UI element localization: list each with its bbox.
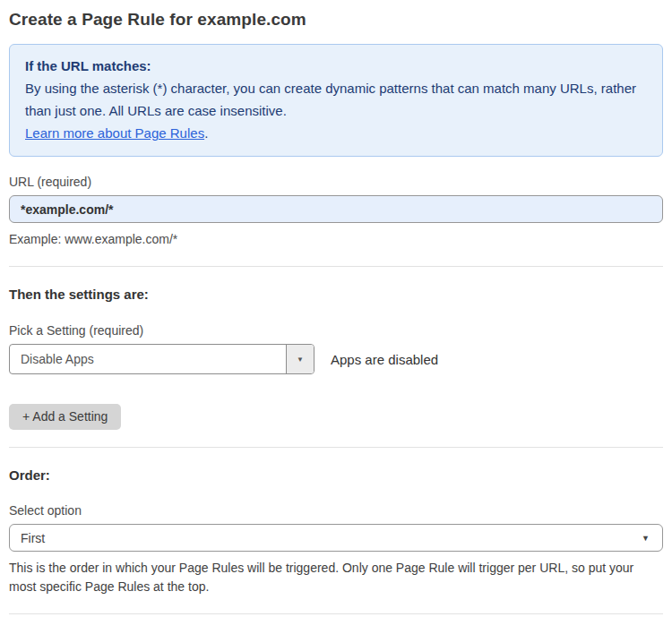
page-rule-form: Create a Page Rule for example.com If th… — [0, 0, 672, 617]
page-title: Create a Page Rule for example.com — [9, 10, 663, 30]
divider — [9, 613, 663, 614]
url-example-helper: Example: www.example.com/* — [9, 230, 663, 249]
url-match-info-box: If the URL matches: By using the asteris… — [9, 44, 663, 157]
setting-status-text: Apps are disabled — [331, 352, 438, 367]
url-field-label: URL (required) — [9, 175, 663, 189]
info-box-link-line: Learn more about Page Rules. — [25, 122, 647, 144]
chevron-down-icon[interactable]: ▼ — [286, 345, 314, 373]
divider — [9, 447, 663, 448]
info-box-heading: If the URL matches: — [25, 55, 647, 77]
pick-setting-label: Pick a Setting (required) — [9, 323, 663, 338]
order-section-heading: Order: — [9, 467, 663, 483]
order-select-label: Select option — [9, 503, 663, 518]
setting-row: Disable Apps ▼ Apps are disabled — [9, 344, 663, 374]
order-helper-text: This is the order in which your Page Rul… — [9, 559, 663, 596]
order-select-value: First — [21, 531, 45, 545]
order-select[interactable]: First ▼ — [9, 524, 663, 552]
setting-dropdown-value: Disable Apps — [10, 345, 286, 373]
learn-more-link[interactable]: Learn more about Page Rules — [25, 125, 204, 141]
url-input[interactable] — [9, 195, 663, 223]
link-suffix: . — [204, 125, 208, 141]
chevron-down-icon: ▼ — [642, 534, 650, 543]
setting-dropdown[interactable]: Disable Apps ▼ — [9, 344, 314, 374]
add-setting-button[interactable]: + Add a Setting — [9, 404, 121, 430]
divider — [9, 266, 663, 267]
settings-section-heading: Then the settings are: — [9, 287, 663, 302]
info-box-body: By using the asterisk (*) character, you… — [25, 77, 647, 122]
